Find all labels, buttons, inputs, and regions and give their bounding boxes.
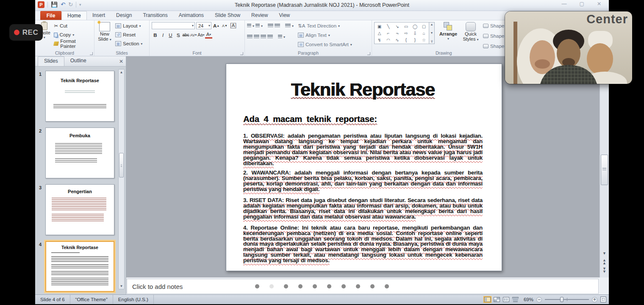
paragraph-dialog-launcher[interactable] <box>367 52 370 55</box>
tab-insert[interactable]: Insert <box>87 11 111 20</box>
panel-scrollbar[interactable]: ▲ ▼ <box>118 69 125 289</box>
scroll-down-icon[interactable]: ▼ <box>601 250 608 257</box>
new-slide-button[interactable]: New Slide ▾ <box>97 22 113 47</box>
font-dialog-launcher[interactable] <box>240 52 243 55</box>
shape-rectangle-icon[interactable]: ▭ <box>402 23 411 30</box>
next-slide-button[interactable]: ▼▼ <box>601 267 608 274</box>
language-indicator[interactable]: English (U.S.) <box>113 295 154 304</box>
slide-thumbnail-3[interactable]: 3 Pengertian <box>45 184 116 235</box>
reset-button[interactable]: ↺ Reset <box>115 31 142 39</box>
tab-design[interactable]: Design <box>111 11 137 20</box>
theme-indicator[interactable]: “Office Theme” <box>70 295 113 304</box>
clear-formatting-icon[interactable]: 🄰 <box>230 22 237 29</box>
shape-oval-icon[interactable]: ◯ <box>411 23 419 30</box>
fit-to-window-button[interactable] <box>600 297 606 302</box>
main-scrollbar[interactable]: ▲ ▼ ▲▲ ▼▼ <box>600 56 609 277</box>
tab-slide-show[interactable]: Slide Show <box>209 11 246 20</box>
normal-view-button[interactable] <box>484 297 491 302</box>
shape-right-brace-icon[interactable]: } <box>411 36 419 43</box>
shape-scribble-icon[interactable]: ↯ <box>375 36 384 43</box>
copy-button[interactable]: Copy ▾ <box>54 31 92 39</box>
align-text-button[interactable]: ▤ Align Text ▾ <box>298 31 352 39</box>
zoom-slider-thumb[interactable] <box>560 297 564 302</box>
slide-sorter-view-button[interactable] <box>494 297 500 302</box>
decrease-indent-icon[interactable] <box>268 24 273 28</box>
shape-callout-icon[interactable]: ⌂ <box>419 30 428 36</box>
zoom-in-button[interactable]: + <box>592 297 597 302</box>
shrink-font-button[interactable]: A▼ <box>221 22 228 29</box>
convert-to-smartart-button[interactable]: ⊟ Convert to SmartArt ▾ <box>298 41 352 48</box>
shape-down-arrow-icon[interactable]: ⇩ <box>411 30 419 36</box>
slide-show-button[interactable] <box>512 297 519 302</box>
numbering-icon[interactable] <box>255 24 260 28</box>
zoom-slider[interactable] <box>545 299 589 300</box>
font-name-combo[interactable]: ▾ <box>152 22 195 29</box>
slide-thumbnail-4[interactable]: 4 Teknik Reportase <box>45 241 116 292</box>
panel-close-icon[interactable]: ✕ <box>119 58 123 64</box>
close-icon[interactable]: ✕ <box>597 1 601 7</box>
tab-slides[interactable]: Slides <box>38 56 64 66</box>
clipboard-dialog-launcher[interactable] <box>90 52 93 55</box>
columns-icon[interactable] <box>278 35 282 39</box>
shape-elbow-icon[interactable]: ⌐ <box>384 30 393 36</box>
reading-view-button[interactable] <box>503 297 509 302</box>
justify-icon[interactable] <box>267 35 273 39</box>
gallery-up-icon[interactable]: ▲ <box>430 23 433 26</box>
tab-home[interactable]: Home <box>61 11 87 20</box>
shape-elbow-arrow-icon[interactable]: ¬ <box>393 30 402 36</box>
align-right-icon[interactable] <box>261 35 266 39</box>
shape-textbox-icon[interactable]: ▣ <box>375 23 384 30</box>
tab-outline[interactable]: Outline <box>64 56 92 66</box>
layout-button[interactable]: ▤ Layout ▾ <box>115 22 142 30</box>
tab-review[interactable]: Review <box>246 11 273 20</box>
font-color-button[interactable]: A▾ <box>205 31 212 39</box>
format-painter-button[interactable]: Format Painter <box>54 40 92 47</box>
line-spacing-icon[interactable] <box>285 24 291 28</box>
slide-canvas[interactable]: Teknik Reportase Ada 4 macam teknik repo… <box>226 64 502 271</box>
shapes-gallery[interactable]: ▣ ╲ ↘ ▭ ◯ ▢ △ ⌐ ¬ ⇨ ⇩ ⌂ ↯ <box>374 22 429 44</box>
align-center-icon[interactable] <box>254 35 259 39</box>
panel-scrollbar-thumb[interactable] <box>119 153 124 177</box>
minimize-icon[interactable]: — <box>562 1 567 7</box>
shape-line-icon[interactable]: ╲ <box>384 23 393 30</box>
arrange-button[interactable]: Arrange ▾ <box>438 22 458 41</box>
tab-transitions[interactable]: Transitions <box>137 11 173 20</box>
gallery-more-icon[interactable]: ⊽ <box>430 40 433 43</box>
increase-indent-icon[interactable] <box>275 24 280 28</box>
text-shadow-button[interactable]: S <box>175 31 182 39</box>
slide-thumbnail-1[interactable]: 1 Teknik Reportase <box>45 71 116 122</box>
italic-button[interactable]: I <box>159 31 167 39</box>
change-case-button[interactable]: Aa▾ <box>197 31 205 39</box>
section-button[interactable]: ▥ Section ▾ <box>115 40 142 47</box>
underline-button[interactable]: U <box>167 31 174 39</box>
text-direction-button[interactable]: ⇅A Text Direction ▾ <box>298 22 352 30</box>
shape-right-arrow-icon[interactable]: ⇨ <box>402 30 411 36</box>
shape-star-icon[interactable]: ☆ <box>419 36 428 43</box>
strikethrough-button[interactable]: abc <box>182 31 189 39</box>
bold-button[interactable]: B <box>152 31 159 39</box>
align-left-icon[interactable] <box>247 35 253 39</box>
bullets-icon[interactable] <box>247 24 251 28</box>
zoom-out-button[interactable]: − <box>536 297 542 302</box>
tab-view[interactable]: View <box>273 11 295 20</box>
shape-left-brace-icon[interactable]: { <box>402 36 411 43</box>
cut-button[interactable]: ✂ Cut <box>54 22 92 30</box>
shape-arc-icon[interactable]: ◠ <box>384 36 393 43</box>
panel-scroll-up-icon[interactable]: ▲ <box>119 70 124 74</box>
tab-animations[interactable]: Animations <box>173 11 209 20</box>
font-size-combo[interactable]: 24▾ <box>196 22 211 29</box>
previous-slide-button[interactable]: ▲▲ <box>601 259 608 265</box>
shapes-gallery-scrollbar[interactable]: ▲ ▼ ⊽ <box>429 22 435 44</box>
shape-curve-icon[interactable]: ∿ <box>393 36 402 43</box>
quick-styles-button[interactable]: Quick Styles ▾ <box>462 22 480 42</box>
zoom-level[interactable]: 69% <box>524 297 533 302</box>
main-scrollbar-thumb[interactable] <box>601 155 608 185</box>
gallery-down-icon[interactable]: ▼ <box>430 31 433 34</box>
tab-file[interactable]: File <box>40 11 61 20</box>
shape-triangle-icon[interactable]: △ <box>375 30 384 36</box>
panel-scroll-down-icon[interactable]: ▼ <box>119 284 124 288</box>
shape-arrow-icon[interactable]: ↘ <box>393 23 402 30</box>
character-spacing-button[interactable]: AV▾ <box>190 31 197 39</box>
slide-thumbnail-2[interactable]: 2 Pembuka <box>45 128 116 178</box>
maximize-icon[interactable]: ▢ <box>580 1 584 7</box>
